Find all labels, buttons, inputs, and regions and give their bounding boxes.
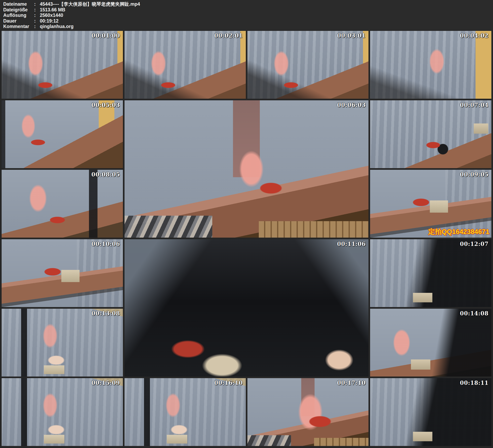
meta-value-filename: 45443----【李大侠原创】晓琴老虎凳夹脚趾.mp4 — [40, 1, 493, 7]
meta-label: Dateigröße — [3, 7, 34, 13]
video-thumbnail[interactable]: 00:10:06 — [2, 239, 123, 307]
video-thumbnail[interactable]: 00:17:10 — [247, 378, 369, 446]
file-info-header: Dateiname : 45443----【李大侠原创】晓琴老虎凳夹脚趾.mp4… — [0, 0, 493, 30]
timestamp-overlay: 00:02:01 — [214, 33, 243, 39]
video-thumbnail[interactable]: 00:13:08 — [2, 309, 123, 377]
qq-watermark: 定拍QQ1642384671 — [428, 227, 489, 236]
timestamp-overlay: 00:14:08 — [460, 310, 489, 317]
meta-row-comment: Kommentar : qinglanhua.org — [3, 24, 493, 29]
meta-value-filesize: 1513.66 MB — [40, 7, 493, 13]
video-thumbnail-large[interactable]: 00:06:03 — [124, 100, 369, 238]
video-thumbnail[interactable]: 00:16:10 — [124, 378, 246, 446]
video-thumbnail[interactable]: 00:09:05 定拍QQ1642384671 — [370, 170, 491, 238]
timestamp-overlay: 00:04:02 — [460, 33, 489, 39]
video-thumbnail[interactable]: 00:08:05 — [2, 170, 123, 238]
video-thumbnail[interactable]: 00:12:07 — [370, 239, 491, 307]
meta-value-comment: qinglanhua.org — [40, 24, 493, 29]
meta-row-filename: Dateiname : 45443----【李大侠原创】晓琴老虎凳夹脚趾.mp4 — [3, 1, 493, 7]
meta-value-duration: 00:19:12 — [40, 18, 493, 24]
meta-label: Dauer — [3, 18, 34, 24]
timestamp-overlay: 00:13:08 — [91, 310, 120, 317]
meta-separator: : — [34, 12, 40, 18]
timestamp-overlay: 00:10:06 — [91, 241, 120, 247]
timestamp-overlay: 00:18:11 — [460, 380, 489, 386]
timestamp-overlay: 00:05:03 — [91, 102, 120, 108]
meta-row-resolution: Auflösung : 2560x1440 — [3, 12, 493, 18]
timestamp-overlay: 00:08:05 — [91, 171, 120, 178]
video-thumbnail[interactable]: 00:01:00 — [2, 31, 123, 99]
video-thumbnail[interactable]: 00:04:02 — [370, 31, 491, 99]
timestamp-overlay: 00:12:07 — [460, 241, 489, 247]
timestamp-overlay: 00:06:03 — [337, 102, 366, 108]
meta-row-filesize: Dateigröße : 1513.66 MB — [3, 7, 493, 13]
video-thumbnail[interactable]: 00:03:01 — [247, 31, 369, 99]
timestamp-overlay: 00:07:04 — [460, 102, 489, 108]
meta-row-duration: Dauer : 00:19:12 — [3, 18, 493, 24]
meta-label: Auflösung — [3, 12, 34, 18]
meta-label: Kommentar — [3, 24, 34, 29]
timestamp-overlay: 00:15:09 — [91, 380, 120, 386]
meta-separator: : — [34, 7, 40, 13]
video-thumbnail[interactable]: 00:02:01 — [124, 31, 246, 99]
timestamp-overlay: 00:09:05 — [460, 171, 489, 178]
video-thumbnail[interactable]: 00:15:09 — [2, 378, 123, 446]
video-thumbnail[interactable]: 00:18:11 — [370, 378, 491, 446]
video-thumbnail[interactable]: 00:14:08 — [370, 309, 491, 377]
video-thumbnail-large[interactable]: 00:11:06 — [124, 239, 369, 377]
timestamp-overlay: 00:01:00 — [91, 33, 120, 39]
timestamp-overlay: 00:11:06 — [337, 241, 366, 247]
timestamp-overlay: 00:17:10 — [337, 380, 366, 386]
meta-separator: : — [34, 18, 40, 24]
video-thumbnail[interactable]: 00:05:03 — [2, 100, 123, 168]
thumbnail-grid: 00:01:00 00:02:01 00:03:01 00:04:02 00:0… — [0, 30, 493, 448]
meta-value-resolution: 2560x1440 — [40, 12, 493, 18]
timestamp-overlay: 00:16:10 — [214, 380, 243, 386]
video-thumbnail[interactable]: 00:07:04 — [370, 100, 491, 168]
meta-separator: : — [34, 1, 40, 7]
meta-separator: : — [34, 24, 40, 29]
meta-label: Dateiname — [3, 1, 34, 7]
timestamp-overlay: 00:03:01 — [337, 33, 366, 39]
